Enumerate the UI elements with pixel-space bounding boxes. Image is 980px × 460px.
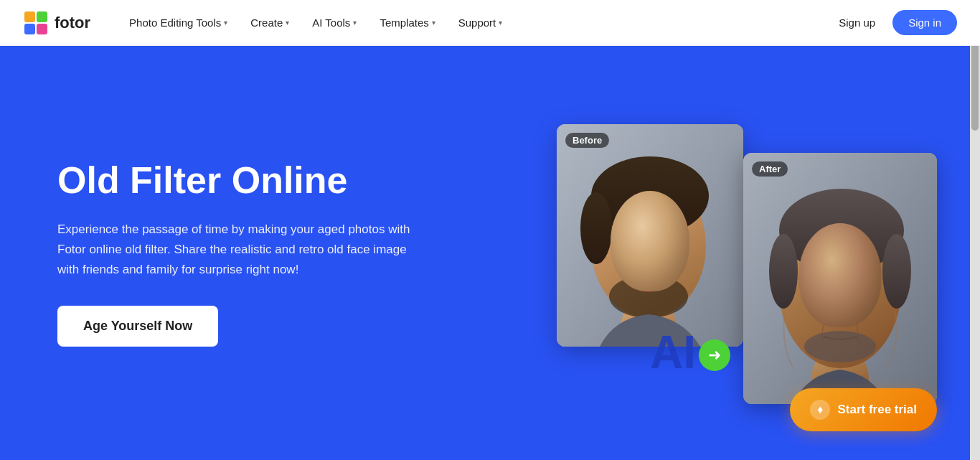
svg-rect-4 <box>37 24 47 34</box>
before-label: Before <box>565 133 609 148</box>
svg-point-13 <box>661 237 679 248</box>
ai-badge: AI ➜ <box>650 329 730 375</box>
young-face-image <box>557 124 743 347</box>
nav-item-support[interactable]: Support ▾ <box>448 11 513 34</box>
nav-label-templates: Templates <box>380 17 428 29</box>
nav-item-photo-editing[interactable]: Photo Editing Tools ▾ <box>119 11 237 34</box>
svg-point-28 <box>816 283 820 288</box>
svg-point-24 <box>807 281 826 291</box>
chevron-down-icon: ▾ <box>432 19 435 27</box>
svg-point-27 <box>860 281 870 291</box>
hero-title: Old Filter Online <box>57 159 416 202</box>
signup-button[interactable]: Sign up <box>830 11 884 34</box>
chevron-down-icon: ▾ <box>224 19 227 27</box>
svg-point-14 <box>625 238 635 248</box>
svg-point-29 <box>863 283 867 288</box>
chevron-down-icon: ▾ <box>499 19 502 27</box>
scrollbar[interactable] <box>970 0 980 460</box>
svg-point-22 <box>769 234 798 309</box>
nav-links: Photo Editing Tools ▾ Create ▾ AI Tools … <box>119 11 830 34</box>
arrow-icon: ➜ <box>699 339 730 371</box>
nav-label-photo-editing: Photo Editing Tools <box>129 17 221 29</box>
old-face-image <box>743 153 937 404</box>
svg-point-25 <box>854 281 873 291</box>
svg-point-30 <box>804 331 876 362</box>
svg-point-26 <box>813 281 823 291</box>
trial-diamond-icon: ♦ <box>810 400 830 420</box>
nav-label-support: Support <box>458 17 496 29</box>
navbar: fotor Photo Editing Tools ▾ Create ▾ AI … <box>0 0 980 46</box>
svg-point-17 <box>670 240 674 245</box>
logo-link[interactable]: fotor <box>23 10 90 36</box>
nav-item-ai-tools[interactable]: AI Tools ▾ <box>302 11 367 34</box>
signin-button[interactable]: Sign in <box>892 10 957 35</box>
after-label: After <box>752 161 788 177</box>
age-yourself-button[interactable]: Age Yourself Now <box>57 306 218 347</box>
nav-item-create[interactable]: Create ▾ <box>240 11 299 34</box>
svg-point-11 <box>609 275 688 318</box>
nav-item-templates[interactable]: Templates ▾ <box>369 11 445 34</box>
svg-point-16 <box>628 240 633 245</box>
nav-label-create: Create <box>250 17 283 29</box>
hero-content: Old Filter Online Experience the passage… <box>57 159 416 347</box>
svg-point-10 <box>580 192 612 264</box>
hero-image-area: Before <box>557 110 937 397</box>
svg-point-15 <box>666 238 677 248</box>
start-trial-label: Start free trial <box>837 403 917 417</box>
hero-description: Experience the passage of time by making… <box>57 220 416 280</box>
ai-text: AI <box>650 329 696 375</box>
logo-text: fotor <box>55 14 90 32</box>
svg-rect-3 <box>24 24 35 34</box>
fotor-logo-icon <box>23 10 49 36</box>
chevron-down-icon: ▾ <box>286 19 289 27</box>
nav-label-ai-tools: AI Tools <box>312 17 350 29</box>
svg-rect-1 <box>24 11 35 22</box>
before-card: Before <box>557 124 743 347</box>
after-card: After <box>743 153 937 404</box>
nav-actions: Sign up Sign in <box>830 10 957 35</box>
chevron-down-icon: ▾ <box>353 19 357 27</box>
start-trial-button[interactable]: ♦ Start free trial <box>790 388 937 431</box>
svg-rect-2 <box>37 11 47 22</box>
svg-point-23 <box>882 234 911 309</box>
svg-point-12 <box>620 237 637 248</box>
